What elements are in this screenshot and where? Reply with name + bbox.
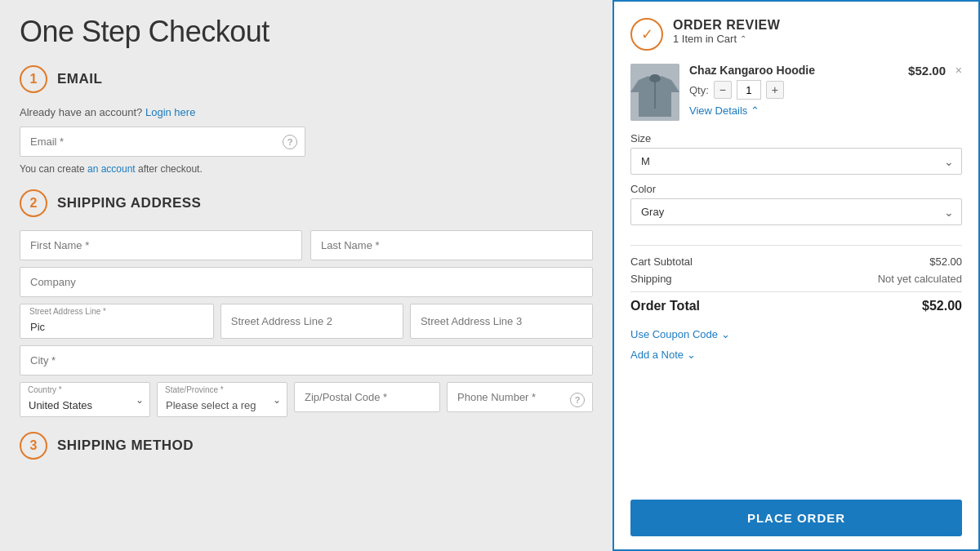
shipping-step-number: 2 [20, 189, 47, 217]
email-section-title: EMAIL [57, 71, 102, 87]
order-total-row: Order Total $52.00 [630, 291, 962, 313]
order-review-info: ORDER REVIEW 1 Item in Cart ⌃ [673, 18, 780, 45]
create-account-note: You can create an account after checkout… [20, 163, 593, 175]
last-name-input[interactable] [310, 230, 593, 260]
phone-input-wrap: ? [447, 382, 593, 417]
coupon-chevron-icon: ⌄ [721, 328, 730, 340]
view-details-chevron-icon: ⌃ [751, 104, 760, 117]
color-label: Color [630, 183, 962, 195]
bottom-address-row: Country * United States ⌄ State/Province… [20, 382, 593, 417]
color-select[interactable]: Gray Black White [630, 198, 962, 225]
left-panel: One Step Checkout 1 EMAIL Already have a… [0, 0, 612, 551]
size-select-wrap: M S L XL ⌄ [630, 148, 962, 175]
first-name-input[interactable] [20, 230, 302, 260]
login-prompt: Already have an account? Login here [20, 106, 593, 118]
page-title: One Step Checkout [20, 15, 593, 49]
cart-count: 1 Item in Cart ⌃ [673, 33, 780, 45]
street-row: Street Address Line * [20, 304, 593, 339]
zip-input[interactable] [294, 382, 440, 412]
company-input[interactable] [20, 267, 593, 297]
shipping-method-header: 3 SHIPPING METHOD [20, 432, 593, 460]
color-option-group: Color Gray Black White ⌄ [630, 183, 962, 225]
street-line1-label: Street Address Line * [29, 307, 106, 316]
state-select[interactable]: Please select a reg [157, 382, 287, 417]
create-account-link[interactable]: an account [87, 163, 136, 175]
totals-section: Cart Subtotal $52.00 Shipping Not yet ca… [630, 245, 962, 318]
size-label: Size [630, 132, 962, 144]
product-image [630, 64, 679, 121]
place-order-button[interactable]: PLACE ORDER [630, 500, 962, 536]
product-options: Size M S L XL ⌄ Color Gray Black White ⌄ [630, 132, 962, 233]
country-select[interactable]: United States [20, 382, 150, 417]
email-step-number: 1 [20, 65, 47, 93]
name-row [20, 230, 593, 260]
email-input-wrap: ? [20, 127, 305, 157]
shipping-method-step-number: 3 [20, 432, 47, 460]
qty-increase-button[interactable]: + [766, 81, 784, 99]
state-select-group: State/Province * Please select a reg ⌄ [157, 382, 287, 417]
company-row [20, 267, 593, 297]
product-price: $52.00 [908, 64, 946, 78]
shipping-method-section: 3 SHIPPING METHOD [20, 432, 593, 460]
check-circle-icon: ✓ [630, 18, 663, 51]
shipping-section-title: SHIPPING ADDRESS [57, 195, 201, 211]
street-line1-wrap: Street Address Line * [20, 304, 214, 339]
cart-count-chevron-icon[interactable]: ⌃ [740, 34, 746, 43]
shipping-method-title: SHIPPING METHOD [57, 438, 194, 454]
color-select-wrap: Gray Black White ⌄ [630, 198, 962, 225]
qty-input[interactable] [737, 80, 761, 100]
street-line2-input[interactable] [220, 304, 403, 339]
order-review-header: ✓ ORDER REVIEW 1 Item in Cart ⌃ [630, 18, 962, 51]
shipping-address-section: 2 SHIPPING ADDRESS Street Address Line * [20, 189, 593, 417]
add-note-link[interactable]: Add a Note ⌄ [630, 349, 962, 361]
email-input[interactable] [20, 127, 305, 157]
view-details-link[interactable]: View Details ⌃ [689, 104, 962, 117]
shipping-section-header: 2 SHIPPING ADDRESS [20, 189, 593, 217]
qty-row: Qty: − + [689, 80, 962, 100]
shipping-row: Shipping Not yet calculated [630, 273, 962, 285]
product-row: Chaz Kangaroo Hoodie Qty: − + View Detai… [630, 64, 962, 121]
note-chevron-icon: ⌄ [687, 349, 696, 361]
remove-product-button[interactable]: × [956, 64, 962, 77]
coupon-link[interactable]: Use Coupon Code ⌄ [630, 328, 962, 340]
street-line3-input[interactable] [410, 304, 593, 339]
email-section: 1 EMAIL Already have an account? Login h… [20, 65, 593, 175]
product-image-svg [630, 64, 679, 121]
svg-point-2 [649, 74, 661, 82]
email-section-header: 1 EMAIL [20, 65, 593, 93]
cart-subtotal-row: Cart Subtotal $52.00 [630, 256, 962, 268]
right-panel: ✓ ORDER REVIEW 1 Item in Cart ⌃ [612, 0, 980, 551]
size-select[interactable]: M S L XL [630, 148, 962, 175]
login-link[interactable]: Login here [145, 106, 195, 118]
city-input[interactable] [20, 345, 593, 375]
phone-help-icon[interactable]: ? [570, 393, 585, 407]
city-row [20, 345, 593, 375]
qty-decrease-button[interactable]: − [714, 81, 732, 99]
order-review-title: ORDER REVIEW [673, 18, 780, 33]
email-help-icon[interactable]: ? [283, 135, 297, 149]
country-select-group: Country * United States ⌄ [20, 382, 150, 417]
size-option-group: Size M S L XL ⌄ [630, 132, 962, 175]
zip-input-wrap [294, 382, 440, 417]
